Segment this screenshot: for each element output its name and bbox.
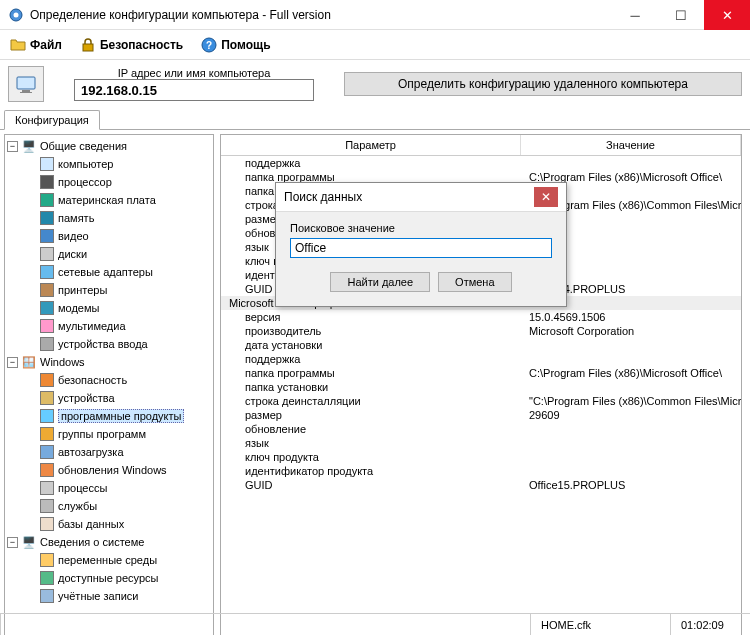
refresh-button[interactable] xyxy=(8,66,44,102)
tree-node-disks[interactable]: диски xyxy=(39,245,211,263)
tree-node-envvars[interactable]: переменные среды xyxy=(39,551,211,569)
cell-param: идентификатор продукта xyxy=(221,465,521,477)
cpu-icon xyxy=(39,174,55,190)
software-icon xyxy=(39,408,55,424)
list-row[interactable]: язык xyxy=(221,436,741,450)
list-row[interactable]: ключ продукта xyxy=(221,450,741,464)
svg-rect-7 xyxy=(20,92,32,93)
tab-configuration[interactable]: Конфигурация xyxy=(4,110,100,130)
tree-node-autoload[interactable]: автозагрузка xyxy=(39,443,211,461)
menu-security-label: Безопасность xyxy=(100,38,183,52)
svg-rect-2 xyxy=(83,44,93,51)
multimedia-icon xyxy=(39,318,55,334)
tree-node-groups[interactable]: группы программ xyxy=(39,425,211,443)
list-row[interactable]: строка деинсталляции"C:\Program Files (x… xyxy=(221,394,741,408)
cell-param: язык xyxy=(221,437,521,449)
cell-value xyxy=(521,353,741,365)
menu-bar: Файл Безопасность ? Помощь xyxy=(0,30,750,60)
tree-node-multimedia[interactable]: мультимедиа xyxy=(39,317,211,335)
list-row[interactable]: обновление xyxy=(221,422,741,436)
list-row[interactable]: версия15.0.4569.1506 xyxy=(221,310,741,324)
status-bar: HOME.cfk 01:02:09 xyxy=(0,613,750,635)
tree-node-windows[interactable]: −🪟Windows xyxy=(7,353,211,371)
minimize-button[interactable]: ─ xyxy=(612,0,658,30)
tree-node-software[interactable]: программные продукты xyxy=(39,407,211,425)
cell-value xyxy=(521,381,741,393)
search-input[interactable] xyxy=(290,238,552,258)
tree-node-processor[interactable]: процессор xyxy=(39,173,211,191)
list-row[interactable]: идентификатор продукта xyxy=(221,464,741,478)
tree-node-updates[interactable]: обновления Windows xyxy=(39,461,211,479)
tree-node-computer[interactable]: компьютер xyxy=(39,155,211,173)
tree-node-printers[interactable]: принтеры xyxy=(39,281,211,299)
ip-label: IP адрес или имя компьютера xyxy=(118,67,271,79)
app-icon xyxy=(8,7,24,23)
cell-value xyxy=(521,451,741,463)
cell-param: GUID xyxy=(221,479,521,491)
status-left xyxy=(0,614,530,635)
menu-security[interactable]: Безопасность xyxy=(76,35,187,55)
group-icon xyxy=(39,426,55,442)
list-row[interactable]: размер29609 xyxy=(221,408,741,422)
col-header-param[interactable]: Параметр xyxy=(221,135,521,155)
tree-node-processes[interactable]: процессы xyxy=(39,479,211,497)
dialog-close-button[interactable]: ✕ xyxy=(534,187,558,207)
list-row[interactable]: производительMicrosoft Corporation xyxy=(221,324,741,338)
menu-help[interactable]: ? Помощь xyxy=(197,35,274,55)
cell-param: папка программы xyxy=(221,367,521,379)
cell-param: папка установки xyxy=(221,381,521,393)
cell-value: 29609 xyxy=(521,409,741,421)
tree-node-security[interactable]: безопасность xyxy=(39,371,211,389)
tree-node-resources[interactable]: доступные ресурсы xyxy=(39,569,211,587)
account-icon xyxy=(39,588,55,604)
tree-node-general[interactable]: −🖥️Общие сведения xyxy=(7,137,211,155)
tree-node-accounts[interactable]: учётные записи xyxy=(39,587,211,605)
file-icon xyxy=(10,37,26,53)
maximize-button[interactable]: ☐ xyxy=(658,0,704,30)
cell-value xyxy=(521,465,741,477)
tree-node-network[interactable]: сетевые адаптеры xyxy=(39,263,211,281)
ip-input[interactable] xyxy=(74,79,314,101)
menu-help-label: Помощь xyxy=(221,38,270,52)
list-row[interactable]: поддержка xyxy=(221,156,741,170)
tree-node-input[interactable]: устройства ввода xyxy=(39,335,211,353)
tree-node-video[interactable]: видео xyxy=(39,227,211,245)
find-next-button[interactable]: Найти далее xyxy=(330,272,430,292)
dialog-title: Поиск данных xyxy=(284,190,534,204)
help-icon: ? xyxy=(201,37,217,53)
tree-node-modems[interactable]: модемы xyxy=(39,299,211,317)
tree-pane[interactable]: −🖥️Общие сведения компьютер процессор ма… xyxy=(4,134,214,635)
cell-value: C:\Program Files (x86)\Microsoft Office\ xyxy=(521,367,741,379)
database-icon xyxy=(39,516,55,532)
video-icon xyxy=(39,228,55,244)
collapse-icon[interactable]: − xyxy=(7,357,18,368)
tab-strip: Конфигурация xyxy=(0,108,750,130)
list-row[interactable]: папка установки xyxy=(221,380,741,394)
detect-remote-button[interactable]: Определить конфигурацию удаленного компь… xyxy=(344,72,742,96)
cancel-button[interactable]: Отмена xyxy=(438,272,511,292)
resource-icon xyxy=(39,570,55,586)
tree-node-devices[interactable]: устройства xyxy=(39,389,211,407)
cell-param: версия xyxy=(221,311,521,323)
tree-node-databases[interactable]: базы данных xyxy=(39,515,211,533)
memory-icon xyxy=(39,210,55,226)
list-row[interactable]: поддержка xyxy=(221,352,741,366)
list-row[interactable]: дата установки xyxy=(221,338,741,352)
list-row[interactable]: папка программыC:\Program Files (x86)\Mi… xyxy=(221,366,741,380)
col-header-value[interactable]: Значение xyxy=(521,135,741,155)
list-row[interactable]: GUIDOffice15.PROPLUS xyxy=(221,478,741,492)
collapse-icon[interactable]: − xyxy=(7,141,18,152)
tree-node-memory[interactable]: память xyxy=(39,209,211,227)
collapse-icon[interactable]: − xyxy=(7,537,18,548)
lock-icon xyxy=(80,37,96,53)
menu-file[interactable]: Файл xyxy=(6,35,66,55)
cell-param: ключ продукта xyxy=(221,451,521,463)
cell-param: обновление xyxy=(221,423,521,435)
tree-node-services[interactable]: службы xyxy=(39,497,211,515)
tree-node-system[interactable]: −🖥️Сведения о системе xyxy=(7,533,211,551)
close-button[interactable]: ✕ xyxy=(704,0,750,30)
cell-value xyxy=(521,339,741,351)
network-icon xyxy=(39,264,55,280)
status-file: HOME.cfk xyxy=(530,614,670,635)
tree-node-motherboard[interactable]: материнская плата xyxy=(39,191,211,209)
